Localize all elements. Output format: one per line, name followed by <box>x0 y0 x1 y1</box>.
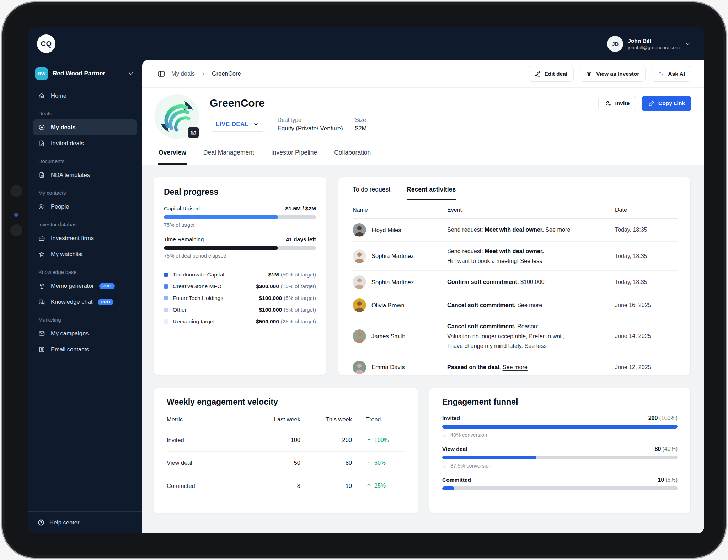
link-icon <box>648 100 655 107</box>
sidebar-item-nda-templates[interactable]: NDA templates <box>33 167 137 183</box>
tab-overview[interactable]: Overview <box>158 149 187 165</box>
chevron-down-icon <box>253 121 259 128</box>
header-actions: Edit deal View as Investor Ask AI <box>528 66 691 82</box>
sidebar-item-people[interactable]: People <box>33 199 137 215</box>
activity-event: Passed on the deal. See more <box>447 362 615 372</box>
activity-date: Today, 18:35 <box>615 253 678 259</box>
breadcrumb-parent[interactable]: My deals <box>171 70 195 77</box>
tab-collaboration[interactable]: Collaboration <box>333 149 371 165</box>
activity-date: Today, 18:35 <box>615 227 678 233</box>
sidebar-item-knowledge-chat[interactable]: Knowledge chat PRO <box>33 294 137 310</box>
device-camera-dot <box>14 213 18 217</box>
sidebar-item-my-watchlist[interactable]: My watchlist <box>33 246 137 262</box>
sidebar-item-home[interactable]: Home <box>33 88 137 104</box>
legend-item: Remaining target $500,000(25% of target) <box>164 316 316 327</box>
legend-swatch <box>164 273 168 277</box>
tab-deal-management[interactable]: Deal Management <box>203 149 255 165</box>
legend-item: TechInnovate Capital $1M(50% of target) <box>164 269 316 280</box>
velocity-row: Invited 100 200 100% <box>167 429 405 452</box>
deal-type-label: Deal type <box>277 117 343 123</box>
legend-swatch <box>164 284 168 289</box>
sidebar-item-label: My campaigns <box>51 330 89 337</box>
velocity-table-header: Metric Last week This week Trend <box>167 407 405 429</box>
breadcrumb-bar: My deals GreenCore Edit deal View as Inv… <box>142 60 704 88</box>
sidebar-item-my-deals[interactable]: My deals <box>33 119 137 135</box>
view-as-investor-button[interactable]: View as Investor <box>579 66 646 82</box>
arrow-up-icon <box>366 460 372 466</box>
see-more-link[interactable]: See more <box>517 302 542 308</box>
sidebar-item-my-campaigns[interactable]: My campaigns <box>33 325 137 341</box>
activities-table-header: Name Event Date <box>353 200 678 219</box>
sidebar-item-invited-deals[interactable]: Invited deals <box>33 135 137 151</box>
sprout-icon <box>38 282 46 290</box>
sidebar-item-label: Email contacts <box>51 346 89 353</box>
progress-track <box>164 215 316 219</box>
deal-progress-card: Deal progress Capital Raised$1.5M / $2M … <box>154 177 326 375</box>
sidebar-item-email-contacts[interactable]: Email contacts <box>33 341 137 357</box>
chevron-right-icon <box>200 71 206 77</box>
invite-button[interactable]: Invite <box>598 96 636 111</box>
pencil-icon <box>534 70 541 77</box>
funnel-track <box>442 456 678 459</box>
sidebar-toggle-icon[interactable] <box>157 70 166 78</box>
sidebar-item-memo-generator[interactable]: Memo generator PRO <box>33 278 137 294</box>
activity-row: Olivia Brown Cancel soft commitment. See… <box>353 294 678 317</box>
sidebar-toggle-icon <box>157 70 166 78</box>
funnel-track <box>442 486 678 490</box>
activities-tab-recent-activities[interactable]: Recent activities <box>407 186 456 200</box>
change-photo-button[interactable] <box>188 127 199 138</box>
funnel-stage-view-deal: View deal 80(40%) 87.5% conversion <box>442 446 678 469</box>
deal-status-dropdown[interactable]: LIVE DEAL <box>210 117 265 132</box>
see-more-link[interactable]: See less <box>520 258 542 264</box>
sidebar: RW Red Wood Partner Home Deals My deals … <box>28 60 142 533</box>
device-side-button <box>10 224 22 236</box>
sidebar-item-label: People <box>51 203 69 210</box>
activities-tab-to-do-request[interactable]: To do request <box>353 186 390 200</box>
workspace-name: Red Wood Partner <box>53 70 105 77</box>
funnel-fill <box>442 486 454 490</box>
ask-ai-button[interactable]: Ask AI <box>651 66 691 82</box>
see-more-link[interactable]: See more <box>545 226 570 233</box>
progress-time-remaining: Time Remaining41 days left 75% of deal p… <box>164 236 316 259</box>
breadcrumb: My deals GreenCore <box>157 70 241 78</box>
tab-investor-pipeline[interactable]: Investor Pipeline <box>271 149 318 165</box>
arrow-down-icon <box>442 463 448 469</box>
activities-table-body: Floyd Miles Send request: Meet with deal… <box>353 219 678 375</box>
workspace-switcher[interactable]: RW Red Wood Partner <box>28 60 142 83</box>
sidebar-section-marketing: Marketing <box>38 317 137 323</box>
chevron-right-icon <box>200 71 206 77</box>
activity-row: James Smith Cancel soft commitment. Reas… <box>353 317 678 356</box>
activity-event: Cancel soft commitment. Reason:Valuation… <box>447 322 615 351</box>
legend-item: FutureTech Holdings $100,000(5% of targe… <box>164 292 316 304</box>
activity-name: Sophia Martinez <box>353 249 447 263</box>
activity-event: Send request: Meet with deal owner.Hi I … <box>447 246 615 266</box>
see-more-link[interactable]: See less <box>524 343 546 349</box>
activity-row: Sophia Martinez Confirm soft commitment.… <box>353 271 678 294</box>
velocity-card: Weekly engagement velocity Metric Last w… <box>154 388 418 513</box>
deal-title: GreenCore <box>210 97 367 109</box>
sidebar-item-investment-firms[interactable]: Investment firms <box>33 230 137 246</box>
sidebar-nav: Home Deals My deals Invited deals Docume… <box>28 83 142 511</box>
funnel-stages: Invited 200(100%) 40% conversion View de… <box>442 415 678 490</box>
breadcrumb-current: GreenCore <box>212 70 241 77</box>
sidebar-section-deals: Deals <box>38 111 137 117</box>
user-initials: JB <box>612 41 619 47</box>
see-more-link[interactable]: See more <box>503 364 528 370</box>
mail-icon <box>38 330 46 337</box>
copy-link-button[interactable]: Copy Link <box>642 96 691 111</box>
sidebar-section-knowledge-base: Knowledge base <box>38 269 137 275</box>
app-logo-text: CQ <box>41 40 52 48</box>
user-meta: John Bill johnbill@greencore.com <box>628 38 680 50</box>
activities-card: To do requestRecent activities Name Even… <box>338 177 691 375</box>
arrow-down-icon <box>442 432 448 438</box>
velocity-table-body: Invited 100 200 100% View deal 50 80 60%… <box>167 429 405 497</box>
deal-icon <box>38 124 46 131</box>
progress-track <box>164 246 316 250</box>
user-email: johnbill@greencore.com <box>628 45 680 50</box>
edit-deal-button[interactable]: Edit deal <box>528 66 574 82</box>
sidebar-item-help-center[interactable]: Help center <box>28 511 142 533</box>
star-icon <box>38 251 46 258</box>
sidebar-item-label: Invited deals <box>51 140 84 147</box>
user-menu[interactable]: JB John Bill johnbill@greencore.com <box>607 36 691 52</box>
eye-icon <box>585 70 593 77</box>
